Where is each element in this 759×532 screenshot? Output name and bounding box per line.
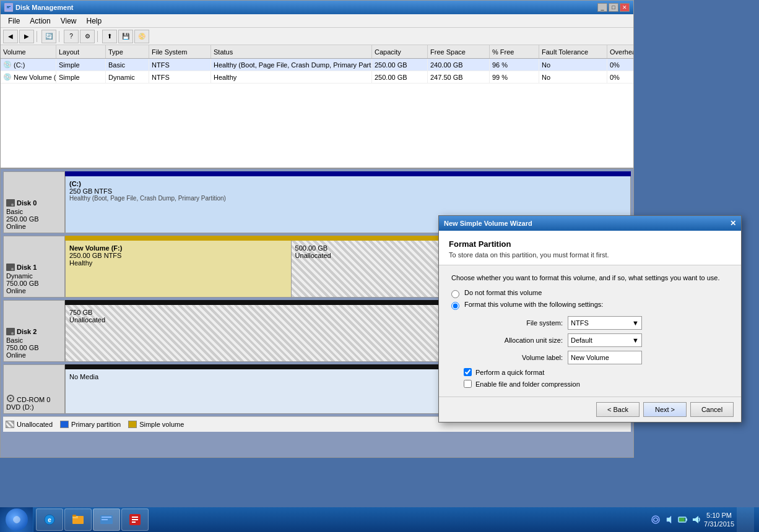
cdrom-type: DVD (D:) (6, 403, 62, 411)
row1-freespace: 247.50 GB (428, 71, 490, 83)
close-button[interactable]: ✕ (620, 3, 630, 12)
radio-group: Do not format this volume Format this vo… (451, 289, 729, 310)
disk0-part-label: (C:) (69, 180, 627, 187)
svg-marker-30 (695, 516, 698, 523)
disk1-partition-newvol[interactable]: New Volume (F:) 250.00 GB NTFS Healthy (65, 241, 292, 298)
taskbar-ie[interactable]: e (36, 508, 63, 531)
radio-donotformat-input[interactable] (451, 290, 459, 298)
minimize-button[interactable]: _ (597, 3, 607, 12)
taskbar-app4[interactable] (121, 508, 149, 531)
disk0-type: Basic (6, 208, 62, 215)
col-freespace: Free Space (428, 45, 490, 58)
radio-format-input[interactable] (451, 302, 459, 310)
svg-rect-23 (132, 521, 136, 523)
disk2-size: 750.00 GB (6, 344, 62, 351)
alloc-value: Default (571, 337, 592, 344)
window-title: Disk Management (15, 4, 74, 11)
row0-fault: No (539, 59, 607, 71)
taskbar-explorer[interactable] (64, 508, 92, 531)
disk0-part-status: Healthy (Boot, Page File, Crash Dump, Pr… (69, 195, 627, 202)
title-bar-left: Disk Management (4, 3, 74, 12)
disk1-type: Dynamic (6, 272, 62, 280)
svg-rect-5 (6, 264, 15, 271)
legend-simple-box (128, 421, 137, 428)
svg-rect-3 (6, 199, 15, 207)
legend-primary-label: Primary partition (71, 421, 121, 428)
row0-capacity: 250.00 GB (372, 59, 428, 71)
row0-type: Basic (106, 59, 149, 71)
disk1-part1-status: Healthy (69, 259, 287, 267)
svg-point-24 (652, 516, 659, 523)
dialog-close-button[interactable]: ✕ (730, 219, 736, 228)
disk1-label: Disk 1 Dynamic 750.00 GB Online (3, 236, 65, 298)
disk0-status: Online (6, 223, 62, 230)
menu-help[interactable]: Help (82, 15, 107, 27)
table-row[interactable]: 💿 (C:) Simple Basic NTFS Healthy (Boot, … (1, 59, 633, 71)
radio-donotformat-label: Do not format this volume (464, 289, 542, 296)
format-settings-grid: File system: NTFS ▼ Allocation unit size… (464, 316, 729, 364)
maximize-button[interactable]: □ (609, 3, 618, 12)
sys-tray (651, 515, 701, 525)
show-desktop-button[interactable] (737, 507, 754, 532)
row1-fs: NTFS (149, 71, 211, 83)
start-button[interactable] (0, 507, 33, 532)
tb-prop[interactable]: ⚙ (80, 30, 95, 43)
svg-rect-27 (686, 518, 687, 521)
tb-sep1 (37, 31, 39, 42)
menu-bar: File Action View Help (1, 14, 633, 28)
tb-disk[interactable]: 💾 (118, 30, 133, 43)
svg-point-4 (11, 204, 14, 206)
tb-up[interactable]: ⬆ (102, 30, 117, 43)
dialog-footer: < Back Next > Cancel (439, 397, 741, 422)
menu-action[interactable]: Action (25, 15, 55, 27)
alloc-select[interactable]: Default ▼ (568, 333, 642, 347)
svg-rect-29 (693, 518, 695, 521)
back-button[interactable]: < Back (596, 402, 640, 417)
tb-refresh[interactable]: 🔄 (41, 30, 56, 43)
svg-text:e: e (48, 517, 51, 523)
quickformat-checkbox[interactable] (464, 368, 472, 376)
taskbar-diskmgmt[interactable] (93, 508, 120, 531)
date-display: 7/31/2015 (704, 520, 734, 528)
tb-forward[interactable]: ▶ (19, 30, 34, 43)
row0-freespace: 240.00 GB (428, 59, 490, 71)
disk1-name: Disk 1 (6, 264, 62, 271)
legend-primary: Primary partition (60, 421, 121, 428)
tb-disk2[interactable]: 📀 (134, 30, 149, 43)
dialog-header: Format Partition To store data on this p… (439, 231, 741, 265)
next-button[interactable]: Next > (643, 402, 687, 417)
svg-point-8 (11, 332, 14, 335)
legend-simple-label: Simple volume (139, 421, 184, 428)
tb-sep2 (59, 31, 61, 42)
fs-select[interactable]: NTFS ▼ (568, 316, 642, 330)
svg-rect-21 (132, 517, 138, 518)
menu-file[interactable]: File (3, 15, 25, 27)
dialog-subheading: To store data on this partition, you mus… (449, 251, 731, 259)
dialog-heading: Format Partition (449, 239, 731, 249)
disk0-topbar (65, 171, 631, 176)
table-row[interactable]: 💿 New Volume (F:) Simple Dynamic NTFS He… (1, 71, 633, 84)
vollabel-input[interactable] (568, 351, 642, 364)
col-layout: Layout (56, 45, 106, 58)
menu-view[interactable]: View (56, 15, 82, 27)
toolbar: ◀ ▶ 🔄 ? ⚙ ⬆ 💾 📀 (1, 28, 633, 45)
disk0-size: 250.00 GB (6, 215, 62, 223)
col-overhead: Overhead (607, 45, 633, 58)
taskbar-right: 5:10 PM 7/31/2015 (646, 507, 759, 532)
compression-checkbox[interactable] (464, 380, 472, 388)
tb-back[interactable]: ◀ (3, 30, 18, 43)
tb-help[interactable]: ? (64, 30, 79, 43)
row0-layout: Simple (56, 59, 106, 71)
alloc-select-container: Default ▼ (568, 333, 729, 347)
disk1-size: 750.00 GB (6, 280, 62, 287)
taskbar: e 5:10 PM 7/31/2015 (0, 507, 759, 532)
radio-format: Format this volume with the following se… (451, 301, 729, 310)
fs-label: File system: (464, 319, 563, 327)
row1-pctfree: 99 % (490, 71, 539, 83)
title-bar-icon (4, 3, 13, 12)
disk0-part-size: 250 GB NTFS (69, 187, 627, 195)
radio-donotformat: Do not format this volume (451, 289, 729, 298)
cancel-button[interactable]: Cancel (690, 402, 734, 417)
disk1-status: Online (6, 287, 62, 294)
alloc-label: Allocation unit size: (464, 337, 563, 344)
